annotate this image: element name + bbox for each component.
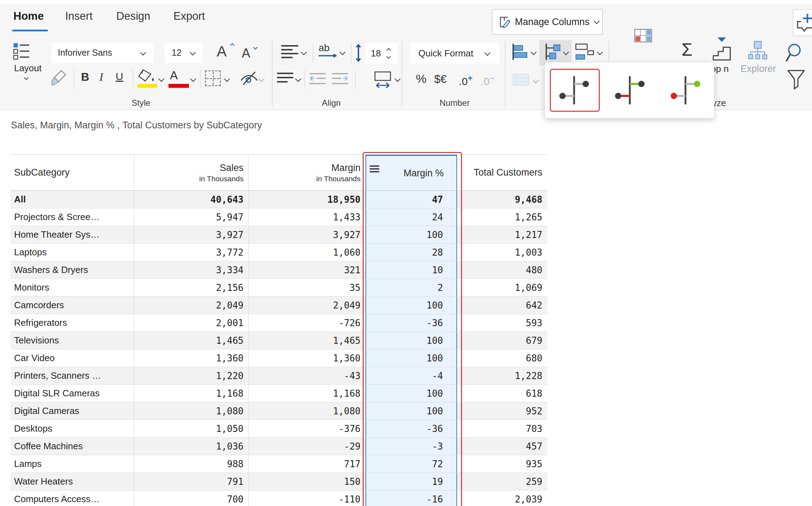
filter-button[interactable] xyxy=(787,70,806,93)
table-cell[interactable]: 100 xyxy=(365,332,457,349)
table-cell[interactable]: Digital Cameras xyxy=(11,402,134,420)
add-comment-button[interactable] xyxy=(793,9,812,36)
tab-home[interactable]: Home xyxy=(13,10,44,23)
table-cell[interactable]: 10 xyxy=(365,261,457,279)
table-cell[interactable]: 988 xyxy=(134,455,248,473)
table-cell[interactable]: Digital SLR Cameras xyxy=(11,385,134,402)
table-cell[interactable]: Computers Access… xyxy=(11,490,134,506)
table-cell[interactable]: 1,168 xyxy=(248,385,365,402)
table-cell[interactable]: 100 xyxy=(365,226,457,243)
table-cell[interactable]: All xyxy=(11,191,134,208)
table-cell[interactable]: 2,001 xyxy=(134,314,248,331)
table-row[interactable]: Camcorders2,0492,049100642 xyxy=(11,296,547,314)
table-cell[interactable]: Monitors xyxy=(11,279,134,296)
table-cell[interactable]: 72 xyxy=(365,455,457,473)
table-cell[interactable]: -36 xyxy=(365,314,457,331)
fill-color-button[interactable] xyxy=(137,69,156,85)
table-cell[interactable]: 9,468 xyxy=(457,191,547,208)
table-cell[interactable]: 1,036 xyxy=(134,438,248,455)
table-cell[interactable]: Projectors & Scree… xyxy=(11,208,134,226)
table-cell[interactable]: 680 xyxy=(457,349,547,367)
table-cell[interactable]: -4 xyxy=(365,367,457,384)
table-cell[interactable]: 47 xyxy=(365,191,457,208)
table-cell[interactable]: 100 xyxy=(365,297,457,314)
table-cell[interactable]: 40,643 xyxy=(134,191,248,208)
table-cell[interactable]: 2,049 xyxy=(248,297,365,314)
table-cell[interactable]: 480 xyxy=(457,261,547,279)
table-cell[interactable]: 1,220 xyxy=(134,367,248,384)
font-color-button[interactable]: A xyxy=(170,68,178,82)
chevron-down-icon[interactable] xyxy=(159,76,165,82)
table-cell[interactable]: 593 xyxy=(457,314,547,331)
table-cell[interactable]: Car Video xyxy=(11,349,134,367)
table-cell[interactable]: 700 xyxy=(134,490,248,506)
borders-button[interactable] xyxy=(205,71,221,86)
layout-button[interactable] xyxy=(13,42,30,61)
table-cell[interactable]: 35 xyxy=(248,279,365,296)
lollipop-variant-plain[interactable] xyxy=(550,69,600,112)
spinner-down-icon[interactable] xyxy=(386,54,391,59)
column-header-sales[interactable]: Sales in Thousands xyxy=(134,155,248,190)
table-cell[interactable]: 24 xyxy=(365,208,457,226)
bold-button[interactable]: B xyxy=(81,71,89,84)
table-row[interactable]: Monitors2,1563521,069 xyxy=(11,279,547,296)
table-row[interactable]: Coffee Machines1,036-29-3457 xyxy=(11,437,547,455)
table-cell[interactable]: 3,927 xyxy=(134,226,248,243)
increase-indent-button[interactable] xyxy=(332,73,348,87)
table-row[interactable]: Digital Cameras1,0801,080100952 xyxy=(11,402,547,420)
table-cell[interactable]: 1,360 xyxy=(248,349,365,367)
table-cell[interactable]: 1,217 xyxy=(457,226,547,243)
table-cell[interactable]: 1,465 xyxy=(248,332,365,349)
chevron-down-icon[interactable] xyxy=(301,49,307,55)
table-row[interactable]: Printers, Scanners …1,220-43-41,228 xyxy=(11,367,547,384)
table-cell[interactable]: 100 xyxy=(365,402,457,420)
aggregation-sigma-button[interactable]: Σ xyxy=(682,41,693,59)
table-cell[interactable]: Refrigerators xyxy=(11,314,134,331)
row-height-stepper[interactable]: 18 xyxy=(365,43,398,63)
quick-format-dropdown[interactable]: Quick Format xyxy=(411,43,499,63)
table-cell[interactable]: 2 xyxy=(365,279,457,296)
manage-columns-button[interactable]: Manage Columns xyxy=(492,9,603,35)
column-header-total-customers[interactable]: Total Customers xyxy=(457,155,547,190)
lollipop-variant-colored-sticks[interactable] xyxy=(605,69,656,112)
table-row[interactable]: Refrigerators2,001-726-36593 xyxy=(11,314,547,331)
table-cell[interactable]: 1,360 xyxy=(134,349,248,367)
table-cell[interactable]: -110 xyxy=(248,490,365,506)
explorer-button[interactable] xyxy=(748,41,768,63)
table-row[interactable]: Washers & Dryers3,33432110480 xyxy=(11,261,547,279)
table-row[interactable]: Car Video1,3601,360100680 xyxy=(11,349,547,367)
chevron-down-icon[interactable] xyxy=(224,76,230,82)
horizontal-align-button[interactable] xyxy=(281,45,298,59)
table-cell[interactable]: -376 xyxy=(248,420,365,437)
table-cell[interactable]: 5,947 xyxy=(134,208,248,226)
table-row[interactable]: Home Theater Sys…3,9273,9271001,217 xyxy=(11,226,547,243)
table-cell[interactable]: Water Heaters xyxy=(11,473,134,490)
font-name-combobox[interactable]: Inforiver Sans xyxy=(51,43,154,63)
table-row[interactable]: Digital SLR Cameras1,1681,168100618 xyxy=(11,384,547,402)
table-cell[interactable]: 952 xyxy=(457,402,547,420)
chevron-down-icon[interactable] xyxy=(259,76,265,82)
table-cell[interactable]: Lamps xyxy=(11,455,134,473)
table-cell[interactable]: -16 xyxy=(365,490,457,506)
table-cell[interactable]: 717 xyxy=(248,455,365,473)
table-cell[interactable]: 703 xyxy=(457,420,547,437)
search-button[interactable] xyxy=(785,42,806,66)
table-cell[interactable]: 1,265 xyxy=(457,208,547,226)
top-n-button[interactable] xyxy=(712,44,732,63)
table-cell[interactable]: Camcorders xyxy=(11,297,134,314)
column-width-button[interactable] xyxy=(374,71,393,90)
decrease-decimal-button[interactable]: .0− xyxy=(481,73,494,87)
table-cell[interactable]: Printers, Scanners … xyxy=(11,367,134,384)
chevron-down-icon[interactable] xyxy=(395,76,401,82)
column-header-subcategory[interactable]: SubCategory xyxy=(11,155,134,190)
table-row[interactable]: Projectors & Scree…5,9471,433241,265 xyxy=(11,208,547,226)
table-cell[interactable]: 1,003 xyxy=(457,244,547,261)
table-row[interactable]: Lamps98871772935 xyxy=(11,455,547,473)
table-cell[interactable]: Televisions xyxy=(11,332,134,349)
vertical-align-button[interactable] xyxy=(277,73,293,84)
chevron-down-icon[interactable] xyxy=(597,49,603,55)
column-menu-icon[interactable] xyxy=(370,165,379,174)
layout-chevron-icon[interactable] xyxy=(24,75,29,80)
table-cell[interactable]: 618 xyxy=(457,385,547,402)
underline-button[interactable]: U xyxy=(116,71,123,83)
